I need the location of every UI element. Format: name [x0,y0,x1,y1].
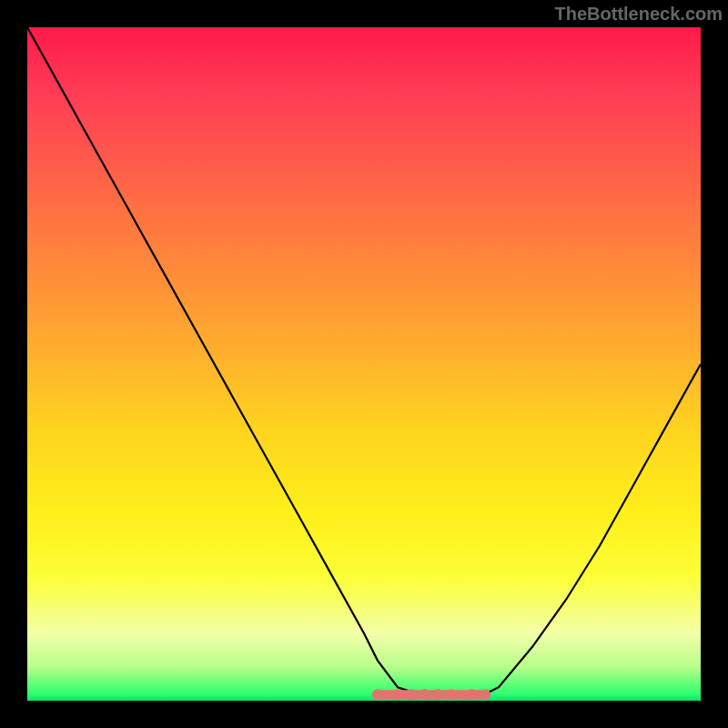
bottleneck-curve [27,27,701,695]
optimal-dot [406,689,417,700]
plot-area [27,27,701,701]
optimal-dot [480,689,490,700]
optimal-dot [392,689,403,700]
optimal-dot [446,689,457,700]
optimal-dot [420,689,430,700]
curve-layer [27,27,701,701]
optimal-dot [372,689,383,700]
watermark-text: TheBottleneck.com [555,4,723,25]
optimal-dot [466,689,477,700]
optimal-dot [432,689,443,700]
